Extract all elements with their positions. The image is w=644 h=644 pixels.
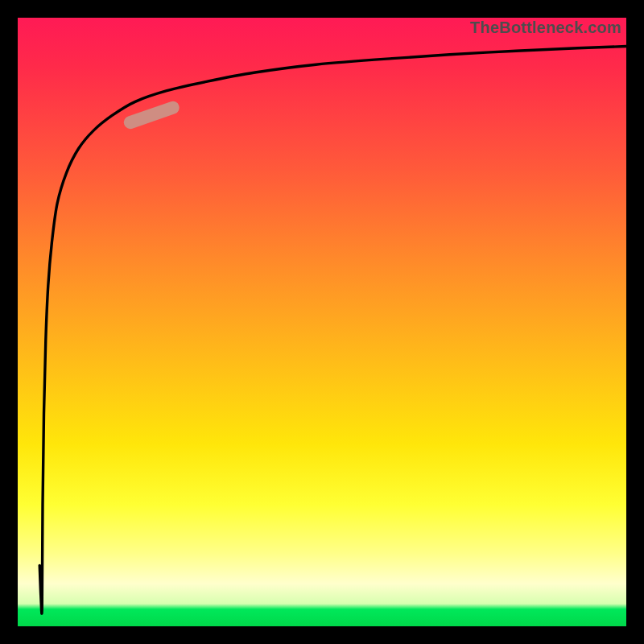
plot-area: TheBottleneck.com	[18, 18, 626, 626]
watermark-text: TheBottleneck.com	[470, 19, 621, 37]
curve-line	[39, 47, 626, 614]
chart-svg	[18, 18, 626, 626]
chart-frame: TheBottleneck.com	[18, 18, 626, 626]
